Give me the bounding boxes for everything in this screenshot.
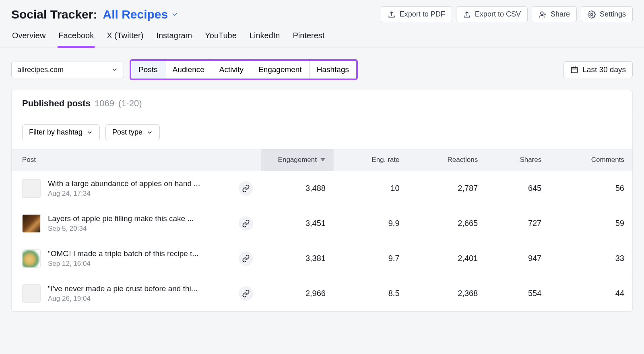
- export-csv-button[interactable]: Export to CSV: [456, 6, 528, 22]
- export-pdf-button[interactable]: Export to PDF: [381, 6, 452, 22]
- cell-reactions: 2,401: [408, 241, 486, 276]
- user-plus-icon: [539, 10, 547, 19]
- title-group: Social Tracker: All Recipes: [11, 8, 178, 21]
- svg-point-1: [590, 13, 592, 15]
- posts-table: PostEngagementEng. rateReactionsSharesCo…: [12, 149, 632, 311]
- subtab-group: PostsAudienceActivityEngagementHashtags: [130, 59, 358, 80]
- post-thumbnail: [22, 249, 41, 268]
- share-button[interactable]: Share: [532, 6, 577, 22]
- post-date: Sep 12, 16:04: [48, 260, 231, 268]
- export-pdf-label: Export to PDF: [400, 10, 445, 19]
- cell-eng_rate: 8.5: [334, 276, 408, 311]
- cell-shares: 727: [486, 206, 549, 241]
- cell-engagement: 3,381: [261, 241, 334, 276]
- primary-tabs: OverviewFacebookX (Twitter)InstagramYouT…: [0, 31, 644, 48]
- post-title[interactable]: "OMG! I made a triple batch of this reci…: [48, 249, 221, 258]
- post-date: Aug 24, 17:34: [48, 190, 231, 198]
- post-date: Sep 5, 20:34: [48, 225, 231, 233]
- col-reactions[interactable]: Reactions: [408, 149, 486, 171]
- link-icon: [242, 184, 250, 193]
- share-label: Share: [551, 10, 570, 19]
- cell-comments: 33: [549, 241, 632, 276]
- cell-engagement: 3,451: [261, 206, 334, 241]
- table-body: With a large abundance of apples on hand…: [12, 171, 632, 311]
- cell-shares: 554: [486, 276, 549, 311]
- col-engagement[interactable]: Engagement: [261, 149, 334, 171]
- primary-tab-x-twitter-[interactable]: X (Twitter): [106, 31, 144, 48]
- open-link-button[interactable]: [239, 286, 253, 301]
- date-range-button[interactable]: Last 30 days: [564, 61, 633, 78]
- primary-tab-instagram[interactable]: Instagram: [155, 31, 193, 48]
- settings-label: Settings: [600, 10, 626, 19]
- primary-tab-facebook[interactable]: Facebook: [58, 31, 95, 48]
- export-csv-label: Export to CSV: [475, 10, 521, 19]
- date-range-label: Last 30 days: [582, 65, 626, 74]
- post-title[interactable]: With a large abundance of apples on hand…: [48, 179, 221, 188]
- link-icon: [242, 290, 250, 298]
- subtab-hashtags[interactable]: Hashtags: [310, 61, 356, 79]
- filter-posttype-button[interactable]: Post type: [105, 124, 160, 140]
- chevron-down-icon: [87, 129, 93, 136]
- link-icon: [242, 219, 250, 228]
- table-row: "OMG! I made a triple batch of this reci…: [12, 241, 632, 276]
- domain-dropdown-value: allrecipes.com: [17, 66, 64, 74]
- upload-icon: [463, 10, 471, 19]
- cell-comments: 56: [549, 171, 632, 206]
- project-name: All Recipes: [103, 8, 168, 21]
- filter-hashtag-button[interactable]: Filter by hashtag: [22, 124, 100, 140]
- post-date: Aug 26, 19:04: [48, 295, 231, 303]
- published-posts-card: Published posts 1069 (1-20) Filter by ha…: [11, 90, 633, 312]
- primary-tab-linkedin[interactable]: LinkedIn: [249, 31, 281, 48]
- project-selector[interactable]: All Recipes: [103, 8, 178, 21]
- post-title[interactable]: Layers of apple pie filling make this ca…: [48, 214, 221, 223]
- page-title: Social Tracker:: [11, 8, 97, 21]
- primary-tab-youtube[interactable]: YouTube: [204, 31, 237, 48]
- cell-reactions: 2,665: [408, 206, 486, 241]
- page-header: Social Tracker: All Recipes Export to PD…: [11, 6, 633, 22]
- cell-engagement: 2,966: [261, 276, 334, 311]
- subtab-audience[interactable]: Audience: [165, 61, 212, 79]
- subtab-activity[interactable]: Activity: [212, 61, 251, 79]
- primary-tab-pinterest[interactable]: Pinterest: [292, 31, 325, 48]
- cell-eng_rate: 10: [334, 171, 408, 206]
- upload-icon: [388, 10, 396, 19]
- open-link-button[interactable]: [239, 251, 253, 266]
- subtab-engagement[interactable]: Engagement: [251, 61, 310, 79]
- settings-button[interactable]: Settings: [581, 6, 633, 22]
- primary-tab-overview[interactable]: Overview: [11, 31, 46, 48]
- cell-engagement: 3,488: [261, 171, 334, 206]
- col-post[interactable]: Post: [12, 149, 261, 171]
- calendar-icon: [570, 66, 578, 74]
- filter-hashtag-label: Filter by hashtag: [29, 128, 83, 137]
- open-link-button[interactable]: [239, 216, 253, 231]
- table-row: "I've never made a pie crust before and …: [12, 276, 632, 311]
- post-thumbnail: [22, 179, 41, 198]
- card-range: (1-20): [118, 98, 142, 109]
- subtab-posts[interactable]: Posts: [131, 61, 165, 79]
- chevron-down-icon: [111, 66, 118, 73]
- post-thumbnail: [22, 284, 41, 303]
- table-row: With a large abundance of apples on hand…: [12, 171, 632, 206]
- col-eng-rate[interactable]: Eng. rate: [334, 149, 408, 171]
- table-header-row: PostEngagementEng. rateReactionsSharesCo…: [12, 149, 632, 171]
- cell-reactions: 2,787: [408, 171, 486, 206]
- card-filters: Filter by hashtag Post type: [12, 117, 632, 149]
- col-comments[interactable]: Comments: [549, 149, 632, 171]
- gear-icon: [588, 10, 596, 19]
- cell-shares: 645: [486, 171, 549, 206]
- post-title[interactable]: "I've never made a pie crust before and …: [48, 284, 221, 293]
- card-header: Published posts 1069 (1-20): [12, 90, 632, 117]
- cell-eng_rate: 9.7: [334, 241, 408, 276]
- open-link-button[interactable]: [239, 181, 253, 196]
- svg-rect-2: [572, 67, 578, 72]
- domain-dropdown[interactable]: allrecipes.com: [11, 62, 124, 78]
- svg-point-0: [541, 12, 543, 14]
- controls-row: allrecipes.com PostsAudienceActivityEnga…: [11, 48, 633, 90]
- col-shares[interactable]: Shares: [486, 149, 549, 171]
- header-actions: Export to PDF Export to CSV Share Settin…: [381, 6, 633, 22]
- card-title: Published posts: [22, 98, 91, 109]
- cell-shares: 947: [486, 241, 549, 276]
- chevron-down-icon: [147, 129, 153, 136]
- cell-comments: 59: [549, 206, 632, 241]
- table-row: Layers of apple pie filling make this ca…: [12, 206, 632, 241]
